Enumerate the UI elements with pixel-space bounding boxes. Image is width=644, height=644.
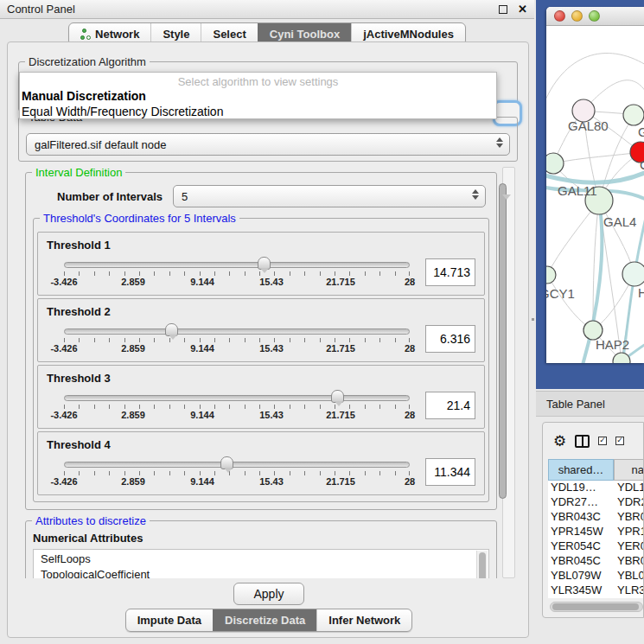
table-row[interactable]: YBR043CYBR0 [548,510,644,525]
numerical-attributes-list[interactable]: SelfLoopsTopologicalCoefficientBetweenne… [33,549,489,578]
slider-tick-labels: -3.4262.8599.14415.4321.71528 [64,410,410,422]
table-row[interactable]: YBL079WYBL0 [548,569,644,583]
panel-resize-handle[interactable] [532,318,534,321]
network-tree-icon [80,29,91,41]
threshold-value-field[interactable]: 6.316 [425,325,475,353]
threshold-value-field[interactable]: 11.344 [425,458,475,486]
mac-minimize-icon[interactable] [571,10,583,22]
cell-shared-name: YBL079W [548,569,614,583]
table-row[interactable]: YER054CYER0 [548,539,644,554]
tick-label: 15.43 [259,277,284,287]
mac-close-icon[interactable] [554,10,565,22]
slider-thumb[interactable] [331,390,344,403]
slider-tick-labels: -3.4262.8599.14415.4321.71528 [64,343,410,355]
bottom-tab-group: Impute DataDiscretize DataInfer Network [125,609,413,632]
tick-label: 2.859 [121,277,145,287]
table-horizontal-scrollbar[interactable] [550,602,643,612]
tick-label: 2.859 [121,476,145,487]
cell-name: YDR2 [614,495,644,510]
slider-tick-labels: -3.4262.8599.14415.4321.71528 [64,277,410,289]
cell-name: YBR0 [614,510,644,525]
slider-track [64,328,410,335]
threshold-slider[interactable]: -3.4262.8599.14415.4321.71528 [64,257,410,291]
table-data-combobox[interactable]: galFiltered.sif default node [26,133,510,156]
table-data-value: galFiltered.sif default node [35,138,166,151]
network-canvas[interactable]: GAL80GACGAL11GAL4GCY1HHAP2 [546,26,644,363]
table-panel-toolbar: ⚙ [543,423,643,459]
slider-thumb[interactable] [220,456,233,469]
scrollbar-thumb[interactable] [552,603,639,610]
threshold-value-field[interactable]: 21.4 [425,392,475,419]
close-icon[interactable]: ✕ [518,3,527,16]
control-panel-title: Control Panel [7,3,75,16]
table-row[interactable]: YLR345WYLR3 [548,583,644,598]
tab-impute-data[interactable]: Impute Data [126,609,213,631]
tick-label: 21.715 [326,343,355,354]
panel-vertical-scrollbar[interactable] [502,167,515,578]
table-row[interactable]: YDL19…YDL1 [548,481,644,495]
number-of-intervals-row: Number of Intervals 5 [57,185,486,207]
table-row[interactable]: YPR145WYPR1 [548,525,644,539]
apply-button[interactable]: Apply [233,583,303,605]
screen: Control Panel ✕ NetworkStyleSelectCyni T… [0,0,644,644]
control-panel-titlebar: Control Panel ✕ [0,0,534,19]
slider-ticks [64,471,410,475]
interval-definition-group: Interval Definition Number of Intervals … [25,172,497,510]
checkbox-icon[interactable] [598,437,607,445]
cell-name: YER0 [614,539,644,554]
network-node[interactable] [546,153,564,174]
network-node[interactable] [623,105,644,125]
tick-label: 21.715 [326,277,355,287]
tab-infer-network[interactable]: Infer Network [316,609,411,631]
threshold-slider[interactable]: -3.4262.8599.14415.4321.71528 [64,323,410,358]
tick-label: 21.715 [326,476,355,487]
slider-thumb[interactable] [258,257,271,270]
table-panel-titlebar: Table Panel [536,391,644,417]
algorithm-option[interactable]: Equal Width/Frequency Discretization [20,104,496,119]
tab-discretize-data[interactable]: Discretize Data [213,609,316,631]
threshold-panel: Threshold 1-3.4262.8599.14415.4321.71528… [37,232,485,296]
column-layout-icon[interactable] [575,435,590,448]
tick-label: 2.859 [121,343,145,354]
scrollbar-thumb[interactable] [499,183,507,499]
attribute-list-item[interactable]: TopologicalCoefficient [41,567,488,578]
table-rows: YDL19…YDL1YDR27…YDR2YBR043CYBR0YPR145WYP… [548,481,644,598]
tick-label: 9.144 [190,343,214,354]
threshold-row: -3.4262.8599.14415.4321.7152811.344 [47,456,475,491]
number-of-intervals-combobox[interactable]: 5 [173,185,486,207]
cell-shared-name: YLR345W [548,583,614,598]
bottom-tab-row: Impute DataDiscretize DataInfer Network [8,609,530,632]
network-node-label: GAL11 [558,183,597,198]
threshold-value-field[interactable]: 14.713 [425,258,475,286]
tick-label: -3.426 [50,476,77,487]
checkbox-icon[interactable] [615,437,624,445]
attribute-list-item[interactable]: SelfLoops [41,552,488,567]
threshold-slider[interactable]: -3.4262.8599.14415.4321.71528 [64,456,410,491]
gear-icon[interactable]: ⚙ [553,434,566,449]
table-header-row: shared…na [548,459,644,481]
mac-zoom-icon[interactable] [589,10,600,22]
column-header[interactable]: na [614,459,644,481]
cell-shared-name: YDL19… [548,481,614,495]
network-node-label: GA [638,124,644,139]
threshold-slider[interactable]: -3.4262.8599.14415.4321.71528 [64,390,410,424]
algorithm-option[interactable]: Manual Discretization [20,88,496,104]
cell-name: YBR0 [614,554,644,569]
tab-label: Select [213,28,245,41]
table-row[interactable]: YBR045CYBR0 [548,554,644,569]
discretization-algorithm-label: Discretization Algorithm [25,55,150,68]
tick-label: 9.144 [190,277,214,287]
float-window-icon[interactable] [499,5,507,14]
column-header[interactable]: shared… [548,459,614,481]
tick-label: 2.859 [121,410,145,420]
tick-label: 21.715 [326,410,355,420]
table-row[interactable]: YDR27…YDR2 [548,495,644,510]
slider-thumb[interactable] [165,323,178,336]
tick-label: 15.43 [259,343,284,354]
network-node-label: GAL4 [603,214,636,229]
network-node[interactable] [622,262,644,286]
stepper-arrows-icon [496,137,503,148]
network-node[interactable] [546,266,556,284]
list-scrollbar[interactable] [476,551,488,578]
network-window-titlebar [546,7,644,26]
